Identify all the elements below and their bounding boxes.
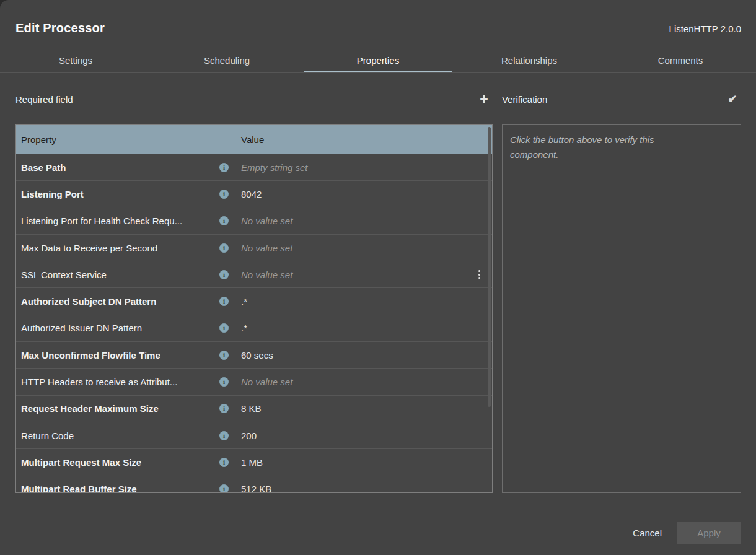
table-row[interactable]: Multipart Request Max Size i 1 MB	[16, 449, 492, 476]
info-icon[interactable]: i	[219, 216, 229, 225]
add-property-button[interactable]: +	[475, 90, 493, 108]
plus-icon: +	[480, 92, 488, 107]
property-value[interactable]: 8 KB	[241, 403, 492, 414]
table-row[interactable]: Request Header Maximum Size i 8 KB	[16, 396, 492, 422]
property-value[interactable]: 200	[241, 430, 492, 441]
info-icon[interactable]: i	[219, 323, 229, 333]
property-value[interactable]: No value set	[241, 243, 492, 253]
edit-processor-dialog: Edit Processor ListenHTTP 2.0.0 Settings…	[0, 0, 756, 555]
property-name: Base Path	[16, 162, 219, 173]
property-value[interactable]: No value set	[241, 216, 492, 226]
table-row[interactable]: Multipart Read Buffer Size i 512 KB	[16, 476, 492, 493]
property-name: Listening Port for Health Check Requ...	[16, 216, 219, 226]
property-name: Max Data to Receive per Second	[16, 243, 219, 253]
table-row[interactable]: Authorized Subject DN Pattern i .*	[16, 288, 492, 315]
info-icon[interactable]: i	[219, 458, 229, 467]
info-icon[interactable]: i	[219, 270, 229, 279]
info-icon[interactable]: i	[219, 351, 229, 360]
verify-button[interactable]: ✔	[724, 90, 741, 108]
property-name: Listening Port	[16, 189, 219, 199]
property-name: Authorized Issuer DN Pattern	[16, 323, 219, 333]
property-value[interactable]: No value set	[241, 377, 492, 387]
dialog-header: Edit Processor ListenHTTP 2.0.0	[0, 0, 756, 35]
verification-column: Verification ✔ Click the button above to…	[502, 88, 741, 493]
column-header-property: Property	[16, 134, 241, 145]
property-value[interactable]: Empty string set	[241, 162, 492, 173]
table-row[interactable]: SSL Context Service i No value set	[16, 261, 492, 288]
table-body: Base Path i Empty string set Listening P…	[16, 154, 492, 493]
kebab-menu-icon[interactable]	[470, 270, 488, 279]
dialog-footer: Cancel Apply	[633, 522, 741, 544]
cancel-button[interactable]: Cancel	[633, 528, 662, 538]
required-field-label: Required field	[15, 94, 73, 105]
info-icon[interactable]: i	[219, 431, 229, 440]
properties-column: Required field + Property Value Base Pat…	[15, 88, 493, 493]
info-icon[interactable]: i	[219, 404, 229, 413]
property-name: HTTP Headers to receive as Attribut...	[16, 377, 219, 387]
property-name: Return Code	[16, 430, 219, 441]
info-icon[interactable]: i	[219, 484, 229, 493]
property-name: Max Unconfirmed Flowfile Time	[16, 350, 219, 361]
tab-scheduling[interactable]: Scheduling	[151, 48, 302, 72]
table-header-row: Property Value	[16, 125, 492, 154]
property-name: Multipart Read Buffer Size	[16, 484, 219, 493]
table-scrollbar-thumb[interactable]	[488, 127, 491, 407]
properties-table: Property Value Base Path i Empty string …	[15, 124, 493, 493]
verification-label: Verification	[502, 94, 547, 105]
table-row[interactable]: Listening Port for Health Check Requ... …	[16, 208, 492, 235]
tab-bar: Settings Scheduling Properties Relations…	[0, 48, 756, 73]
verification-results-box: Click the button above to verify this co…	[502, 124, 741, 493]
property-value[interactable]: 1 MB	[241, 457, 492, 468]
table-row[interactable]: HTTP Headers to receive as Attribut... i…	[16, 369, 492, 395]
verification-section-header: Verification ✔	[502, 88, 741, 110]
info-icon[interactable]: i	[219, 190, 229, 199]
info-icon[interactable]: i	[219, 297, 229, 306]
info-icon[interactable]: i	[219, 243, 229, 253]
table-row[interactable]: Listening Port i 8042	[16, 181, 492, 208]
property-value[interactable]: No value set	[241, 269, 470, 280]
processor-type-version: ListenHTTP 2.0.0	[669, 24, 741, 34]
tab-relationships[interactable]: Relationships	[454, 48, 605, 72]
property-value[interactable]: .*	[241, 296, 492, 307]
apply-button[interactable]: Apply	[677, 522, 741, 544]
tab-comments[interactable]: Comments	[605, 48, 756, 72]
property-name: SSL Context Service	[16, 269, 219, 280]
table-row[interactable]: Max Data to Receive per Second i No valu…	[16, 235, 492, 261]
property-value[interactable]: 8042	[241, 189, 492, 199]
info-icon[interactable]: i	[219, 163, 229, 172]
property-name: Request Header Maximum Size	[16, 403, 219, 414]
check-icon: ✔	[727, 94, 737, 105]
properties-tab-content: Required field + Property Value Base Pat…	[0, 73, 756, 493]
properties-section-header: Required field +	[15, 88, 493, 110]
table-row[interactable]: Base Path i Empty string set	[16, 154, 492, 181]
property-value[interactable]: 512 KB	[241, 484, 492, 493]
table-row[interactable]: Max Unconfirmed Flowfile Time i 60 secs	[16, 342, 492, 369]
tab-settings[interactable]: Settings	[0, 48, 151, 72]
property-name: Authorized Subject DN Pattern	[16, 296, 219, 307]
info-icon[interactable]: i	[219, 377, 229, 387]
verification-message: Click the button above to verify this co…	[510, 133, 699, 162]
tab-properties[interactable]: Properties	[302, 48, 454, 72]
property-name: Multipart Request Max Size	[16, 457, 219, 468]
table-row[interactable]: Authorized Issuer DN Pattern i .*	[16, 315, 492, 342]
column-header-value: Value	[241, 134, 492, 145]
property-value[interactable]: .*	[241, 323, 492, 333]
page-title: Edit Processor	[15, 21, 105, 35]
property-value[interactable]: 60 secs	[241, 350, 492, 361]
table-row[interactable]: Return Code i 200	[16, 422, 492, 449]
